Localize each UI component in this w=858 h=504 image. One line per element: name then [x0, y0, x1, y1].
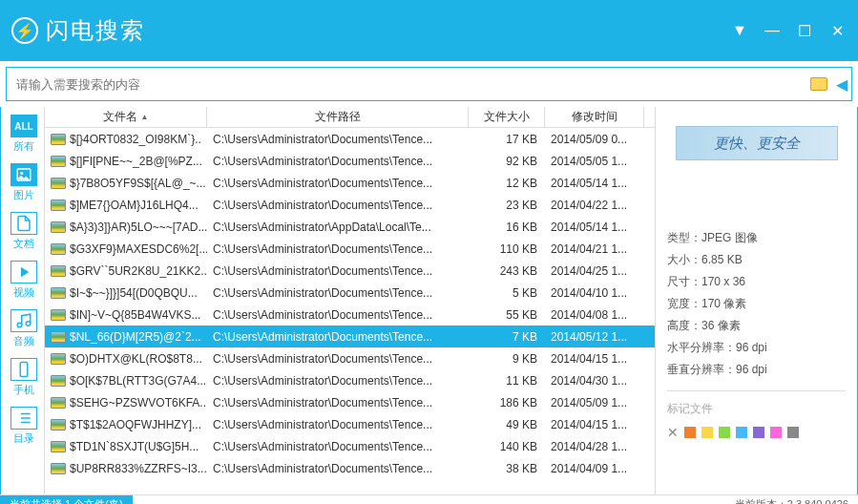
- file-date: 2014/05/14 1...: [545, 177, 644, 190]
- status-selection: 当前共选择 1 个文件(夹): [0, 495, 133, 504]
- sidebar-item-image[interactable]: 图片: [7, 159, 41, 208]
- tag-color-dot[interactable]: [753, 427, 764, 438]
- file-size: 55 KB: [469, 308, 545, 322]
- file-row[interactable]: $]ME7{}OAM}J16LHQ4...C:\Users\Administra…: [45, 194, 655, 216]
- audio-icon: [10, 309, 37, 332]
- sidebar-item-label: 图片: [13, 188, 34, 202]
- file-row[interactable]: $GRV``5UR2K8U_21KK2...C:\Users\Administr…: [45, 260, 655, 282]
- file-row[interactable]: $[}4ORT0832_OI98KM`}..C:\Users\Administr…: [45, 128, 655, 150]
- tag-color-dot[interactable]: [701, 427, 713, 438]
- column-header-size[interactable]: 文件大小: [469, 107, 545, 127]
- close-button[interactable]: ✕: [827, 21, 847, 40]
- file-row[interactable]: $SEHG~PZSWVOT6KFA...C:\Users\Administrat…: [45, 391, 655, 413]
- file-name: $GRV``5UR2K8U_21KK2...: [70, 264, 207, 278]
- file-name: $IN]~V~Q{85B4W4VKS...: [70, 308, 200, 322]
- file-date: 2014/05/05 1...: [545, 155, 644, 168]
- file-type-icon: [51, 375, 66, 387]
- column-header-date[interactable]: 修改时间: [545, 107, 644, 127]
- file-type-icon: [51, 419, 66, 430]
- sidebar-item-audio[interactable]: 音频: [7, 305, 41, 354]
- tag-color-dot[interactable]: [787, 427, 799, 438]
- file-row[interactable]: $TD1N`8SXJT(U$G]5H...C:\Users\Administra…: [45, 435, 655, 457]
- sidebar-item-document[interactable]: 文档: [7, 208, 41, 257]
- search-toolbar: ◀: [6, 67, 852, 101]
- meta-row: 垂直分辨率：96 dpi: [667, 359, 846, 381]
- file-row[interactable]: $}7B8O5YF9S$[{AL@_~...C:\Users\Administr…: [45, 172, 655, 194]
- file-row[interactable]: $G3XF9}MAXESDC6%2[...C:\Users\Administra…: [45, 238, 655, 260]
- file-name: $[]FI[PNE~~_2B@[%PZ...: [70, 155, 202, 168]
- file-size: 49 KB: [469, 418, 545, 431]
- titlebar: 闪电搜索 ▼ — ☐ ✕: [0, 0, 858, 61]
- file-list-header: 文件名▲ 文件路径 文件大小 修改时间: [45, 107, 655, 128]
- minimize-button[interactable]: —: [763, 21, 782, 40]
- sidebar-item-video[interactable]: 视频: [7, 257, 41, 305]
- file-date: 2014/04/10 1...: [545, 286, 644, 300]
- column-header-path[interactable]: 文件路径: [207, 107, 469, 127]
- menu-dropdown-button[interactable]: ▼: [730, 21, 749, 40]
- file-row[interactable]: $O[K$7BL(RTT3G(G7A4...C:\Users\Administr…: [45, 369, 655, 391]
- meta-row: 高度：36 像素: [667, 315, 846, 337]
- tag-color-dot[interactable]: [736, 427, 747, 438]
- clear-tag-button[interactable]: ✕: [667, 425, 679, 440]
- file-path: C:\Users\Administrator\Documents\Tence..…: [207, 308, 469, 322]
- file-type-icon: [51, 463, 66, 474]
- file-name: $I~$~~}]}]54[(D0QBQU...: [70, 286, 198, 300]
- meta-row: 水平分辨率：96 dpi: [667, 337, 846, 359]
- file-row[interactable]: $T$1$2AOQFWJHHZY]...C:\Users\Administrat…: [45, 413, 655, 435]
- app-logo: 闪电搜索: [11, 15, 145, 46]
- sidebar-item-label: 文档: [13, 237, 34, 251]
- meta-row: 类型：JPEG 图像: [667, 227, 846, 249]
- divider: [667, 390, 846, 391]
- file-row[interactable]: $O)DHTX@KL(RO$8T8...C:\Users\Administrat…: [45, 347, 655, 369]
- file-name: $O[K$7BL(RTT3G(G7A4...: [70, 374, 206, 388]
- file-date: 2014/04/09 1...: [545, 462, 644, 475]
- file-type-icon: [51, 134, 66, 145]
- tag-color-dot[interactable]: [684, 427, 696, 438]
- file-name: $SEHG~PZSWVOT6KFA...: [70, 396, 207, 410]
- file-path: C:\Users\Administrator\Documents\Tence..…: [207, 440, 469, 453]
- maximize-button[interactable]: ☐: [795, 21, 814, 40]
- file-path: C:\Users\Administrator\Documents\Tence..…: [207, 330, 469, 344]
- sidebar-item-all[interactable]: ALL 所有: [7, 111, 41, 159]
- file-size: 110 KB: [469, 242, 545, 256]
- folder-icon: [810, 77, 827, 91]
- file-size: 17 KB: [469, 133, 545, 146]
- preview-panel: 更快、更安全 类型：JPEG 图像大小：6.85 KB尺寸：170 x 36宽度…: [655, 107, 858, 494]
- document-icon: [10, 212, 37, 235]
- file-list: 文件名▲ 文件路径 文件大小 修改时间 $[}4ORT0832_OI98KM`}…: [44, 107, 655, 494]
- tag-color-dot[interactable]: [719, 427, 730, 438]
- sidebar-item-label: 手机: [13, 383, 34, 397]
- file-path: C:\Users\Administrator\Documents\Tence..…: [207, 396, 469, 410]
- file-row[interactable]: $I~$~~}]}]54[(D0QBQU...C:\Users\Administ…: [45, 282, 655, 304]
- file-row[interactable]: $[]FI[PNE~~_2B@[%PZ...C:\Users\Administr…: [45, 150, 655, 172]
- sidebar-item-folder[interactable]: 目录: [7, 403, 41, 452]
- file-name: $A}3)3]}AR)5LO~~~[7AD...: [70, 220, 207, 234]
- sidebar-item-phone[interactable]: 手机: [7, 354, 41, 403]
- collapse-panel-button[interactable]: ◀: [832, 68, 851, 100]
- file-name: $UP8RR833%ZZRFS~I3...: [70, 462, 207, 475]
- file-type-icon: [51, 265, 66, 277]
- file-type-icon: [51, 441, 66, 452]
- file-path: C:\Users\Administrator\Documents\Tence..…: [207, 418, 469, 431]
- file-size: 38 KB: [469, 462, 545, 475]
- browse-folder-button[interactable]: [806, 68, 832, 100]
- file-size: 23 KB: [469, 199, 545, 212]
- file-row[interactable]: $UP8RR833%ZZRFS~I3...C:\Users\Administra…: [45, 457, 655, 479]
- file-date: 2014/04/08 1...: [545, 308, 644, 322]
- search-input[interactable]: [7, 68, 806, 100]
- file-size: 140 KB: [469, 440, 545, 453]
- file-date: 2014/05/09 0...: [545, 133, 644, 146]
- file-path: C:\Users\Administrator\Documents\Tence..…: [207, 242, 469, 256]
- file-row[interactable]: $A}3)3]}AR)5LO~~~[7AD...C:\Users\Adminis…: [45, 216, 655, 238]
- file-name: $NL_66(D}M[2R5)@2`2...: [70, 330, 201, 344]
- file-date: 2014/04/30 1...: [545, 374, 644, 388]
- file-type-icon: [51, 156, 66, 167]
- file-date: 2014/04/22 1...: [545, 199, 644, 212]
- column-header-name[interactable]: 文件名▲: [45, 107, 207, 127]
- file-row[interactable]: $IN]~V~Q{85B4W4VKS...C:\Users\Administra…: [45, 304, 655, 326]
- file-type-icon: [51, 243, 66, 255]
- file-row[interactable]: $NL_66(D}M[2R5)@2`2...C:\Users\Administr…: [45, 326, 655, 347]
- file-name: $[}4ORT0832_OI98KM`}..: [70, 133, 201, 146]
- tag-color-dot[interactable]: [770, 427, 782, 438]
- file-size: 16 KB: [469, 220, 545, 234]
